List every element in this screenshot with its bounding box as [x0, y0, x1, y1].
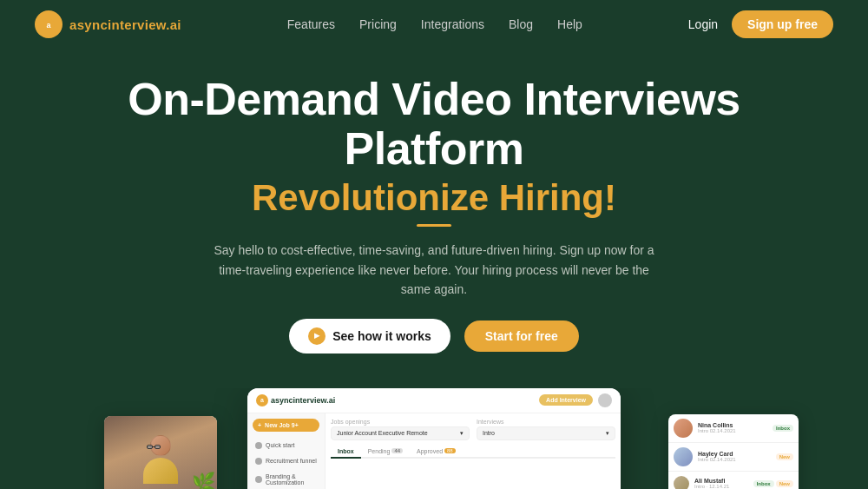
candidate-row-3: Ali Mustafi Intro · 12.14.21 Inbox New H… — [668, 472, 799, 489]
start-free-button[interactable]: Start for free — [464, 320, 579, 352]
sidebar-item-branding[interactable]: Branding & Customization — [253, 470, 319, 489]
nav-pricing[interactable]: Pricing — [359, 17, 397, 31]
branding-icon — [255, 476, 262, 483]
funnel-icon — [255, 458, 262, 465]
candidate-name-3: Ali Mustafi — [694, 478, 748, 484]
hero-buttons: ▶ See how it works Start for free — [17, 319, 851, 354]
hero-description: Say hello to cost-effective, time-saving… — [208, 241, 660, 299]
tab-approved[interactable]: Approved 88 — [410, 446, 463, 457]
signup-button[interactable]: Sign up free — [732, 10, 833, 38]
status-badge-3a: Inbox — [753, 480, 774, 487]
candidate-detail-1: Intro 02.14.2021 — [698, 428, 767, 433]
approved-badge: 88 — [444, 448, 456, 453]
candidate-avatar-2 — [674, 447, 693, 466]
candidate-row-info-3: Ali Mustafi Intro · 12.14.21 — [694, 478, 748, 489]
sidebar-item-funnel[interactable]: Recruitment funnel — [253, 454, 319, 468]
candidate-name-2: Hayley Card — [698, 451, 771, 457]
nav-help[interactable]: Help — [557, 17, 582, 31]
add-interview-button[interactable]: Add Interview — [539, 394, 593, 406]
nav-integrations[interactable]: Integrations — [421, 17, 484, 31]
dashboard-main-content: Jobs openings Junior Account Executive R… — [326, 413, 621, 489]
logo-text: asyncinterview.ai — [69, 17, 181, 32]
hero-title: On-Demand Video Interviews Platform — [17, 75, 851, 174]
hero-section: On-Demand Video Interviews Platform Revo… — [0, 49, 868, 388]
candidate-avatar-3 — [674, 476, 689, 489]
logo-icon: a — [35, 10, 62, 38]
see-how-button[interactable]: ▶ See how it works — [289, 319, 450, 354]
dashboard-body: + New Job 9+ Quick start Recruitment fun… — [247, 413, 621, 489]
tab-inbox[interactable]: Inbox — [331, 446, 361, 459]
candidate-name-1: Nina Collins — [698, 422, 767, 428]
candidate-detail-2: Intro 02.14.2021 — [698, 457, 771, 462]
candidate-video-card: 🌿 13:20 Recording Jane Luo This candidat… — [104, 416, 217, 489]
job-opening-label: Jobs openings — [331, 419, 470, 425]
dashboard-sidebar: + New Job 9+ Quick start Recruitment fun… — [247, 413, 326, 489]
content-selectors: Jobs openings Junior Account Executive R… — [331, 419, 615, 440]
dashboard-header-right: Add Interview — [539, 393, 612, 407]
interview-label: Interviews — [477, 419, 615, 425]
hero-divider — [417, 224, 451, 227]
login-button[interactable]: Login — [688, 17, 718, 31]
interview-select[interactable]: Intro ▾ — [477, 426, 615, 440]
dashboard-header: a asyncinterview.ai Add Interview — [247, 388, 621, 413]
candidate-row-2: Hayley Card Intro 02.14.2021 New — [668, 443, 799, 472]
candidate-avatar-1 — [674, 419, 693, 438]
pending-badge: 44 — [391, 448, 403, 453]
candidate-row-1: Nina Collins Intro 02.14.2021 Inbox — [668, 414, 799, 443]
play-icon: ▶ — [308, 327, 326, 345]
status-badge-2: New — [776, 453, 793, 460]
nav-links: Features Pricing Integrations Blog Help — [287, 17, 582, 32]
logo[interactable]: a asyncinterview.ai — [35, 10, 181, 38]
job-opening-select[interactable]: Junior Account Executive Remote ▾ — [331, 426, 470, 440]
dashboard-preview: a asyncinterview.ai Add Interview + New … — [0, 388, 868, 489]
candidate-row-info-2: Hayley Card Intro 02.14.2021 — [698, 451, 771, 462]
sidebar-item-quickstart[interactable]: Quick start — [253, 439, 319, 453]
quickstart-icon — [255, 442, 262, 449]
nav-features[interactable]: Features — [287, 17, 335, 31]
main-dashboard: a asyncinterview.ai Add Interview + New … — [247, 388, 621, 489]
tab-pending[interactable]: Pending 44 — [361, 446, 410, 457]
candidate-video-area: 🌿 13:20 Recording — [104, 416, 217, 489]
navbar: a asyncinterview.ai Features Pricing Int… — [0, 0, 868, 49]
nav-actions: Login Sign up free — [688, 10, 833, 38]
new-job-button[interactable]: + New Job 9+ — [253, 419, 319, 432]
dashboard-user-avatar[interactable] — [598, 393, 612, 407]
candidate-badges-3: Inbox New — [753, 480, 793, 487]
candidate-list-card: Nina Collins Intro 02.14.2021 Inbox Hayl… — [668, 414, 799, 489]
interview-col: Interviews Intro ▾ — [477, 419, 615, 440]
candidate-row-info-1: Nina Collins Intro 02.14.2021 — [698, 422, 767, 433]
dashboard-logo: a asyncinterview.ai — [256, 394, 335, 406]
nav-blog[interactable]: Blog — [509, 17, 533, 31]
status-badge-3b: New — [776, 480, 793, 487]
tabs-bar: Inbox Pending 44 Approved 88 — [331, 446, 615, 459]
dashboard-logo-icon: a — [256, 394, 268, 406]
candidate-detail-3: Intro · 12.14.21 — [694, 484, 748, 489]
hero-subtitle: Revolutionize Hiring! — [17, 177, 851, 219]
job-opening-col: Jobs openings Junior Account Executive R… — [331, 419, 470, 440]
status-badge-1: Inbox — [773, 425, 793, 432]
